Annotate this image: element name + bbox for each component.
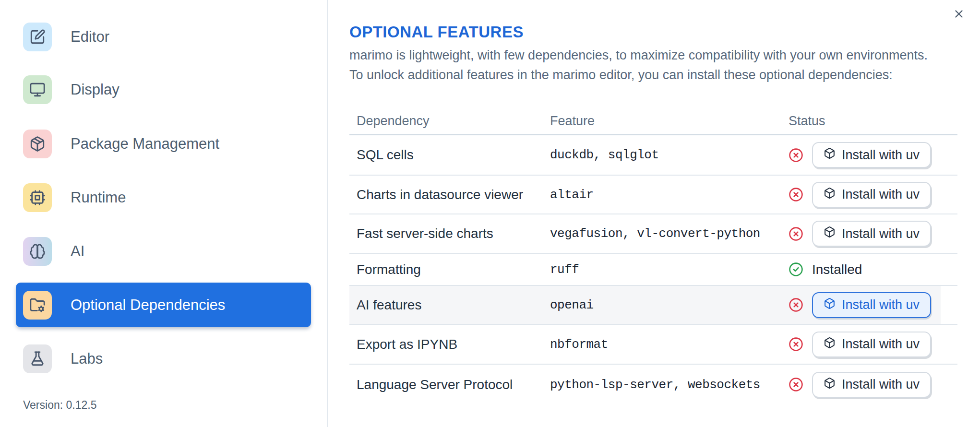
circle-x-icon	[789, 337, 803, 352]
monitor-icon	[23, 75, 52, 104]
column-header-feature: Feature	[550, 114, 789, 129]
brain-icon	[23, 237, 52, 266]
package-icon	[824, 226, 836, 241]
status-cell: Installed	[789, 262, 957, 277]
button-label: Install with uv	[842, 148, 920, 163]
table-row: Formatting ruff Installed	[349, 254, 957, 286]
button-label: Install with uv	[842, 187, 920, 202]
dependency-cell: Charts in datasource viewer	[349, 187, 550, 202]
circle-check-icon	[789, 262, 803, 277]
table-row: Language Server Protocol python-lsp-serv…	[349, 365, 957, 404]
dependency-cell: Formatting	[349, 262, 550, 277]
package-icon	[824, 187, 836, 202]
package-icon	[824, 297, 836, 313]
feature-cell: vegafusion, vl-convert-python	[550, 226, 789, 241]
optional-features-panel: OPTIONAL FEATURES marimo is lightweight,…	[329, 0, 980, 427]
flask-icon	[23, 344, 52, 373]
install-with-uv-button[interactable]: Install with uv	[812, 332, 931, 357]
dependency-cell: Language Server Protocol	[349, 377, 550, 392]
install-with-uv-button[interactable]: Install with uv	[812, 142, 931, 168]
dependency-cell: Fast server-side charts	[349, 226, 550, 241]
description: marimo is lightweight, with few dependen…	[349, 46, 959, 85]
button-label: Install with uv	[842, 377, 920, 392]
sidebar-item-label: AI	[71, 243, 84, 260]
package-icon	[824, 377, 836, 392]
feature-cell: openai	[550, 298, 789, 312]
sidebar-item-ai[interactable]: AI	[16, 229, 311, 273]
table-row: Export as IPYNB nbformat Install with uv	[349, 325, 957, 365]
dependencies-table: Dependency Feature Status SQL cells duck…	[349, 108, 957, 404]
description-line: marimo is lightweight, with few dependen…	[349, 46, 959, 65]
install-with-uv-button[interactable]: Install with uv	[812, 221, 931, 247]
status-cell: Install with uv	[789, 221, 957, 247]
button-label: Install with uv	[842, 297, 920, 312]
sidebar-item-display[interactable]: Display	[16, 67, 311, 112]
cpu-icon	[23, 183, 52, 212]
sidebar-item-optional-dependencies[interactable]: Optional Dependencies	[16, 283, 311, 327]
sidebar-item-label: Package Management	[71, 135, 219, 153]
circle-x-icon	[789, 187, 803, 202]
table-row: Fast server-side charts vegafusion, vl-c…	[349, 214, 957, 254]
install-with-uv-button[interactable]: Install with uv	[812, 372, 931, 398]
settings-dialog: Editor Display Package Management Runtim…	[0, 0, 980, 427]
table-header-row: Dependency Feature Status	[349, 108, 957, 135]
feature-cell: ruff	[550, 262, 789, 277]
package-icon	[23, 130, 52, 158]
column-header-dependency: Dependency	[349, 114, 550, 129]
circle-x-icon	[789, 297, 803, 312]
sidebar-item-package-management[interactable]: Package Management	[16, 121, 311, 166]
circle-x-icon	[789, 377, 803, 392]
feature-cell: duckdb, sqlglot	[550, 148, 789, 162]
table-row: SQL cells duckdb, sqlglot Install with u…	[349, 135, 957, 176]
page-title: OPTIONAL FEATURES	[349, 23, 524, 41]
dependency-cell: Export as IPYNB	[349, 337, 550, 352]
circle-x-icon	[789, 226, 803, 241]
sidebar-item-labs[interactable]: Labs	[16, 336, 311, 381]
status-cell: Install with uv	[789, 142, 957, 168]
column-header-status: Status	[789, 114, 957, 129]
install-with-uv-button[interactable]: Install with uv	[812, 292, 931, 318]
sidebar-item-editor[interactable]: Editor	[16, 14, 311, 59]
button-label: Install with uv	[842, 226, 920, 241]
feature-cell: nbformat	[550, 337, 789, 352]
package-icon	[824, 147, 836, 163]
description-line: To unlock additional features in the mar…	[349, 65, 959, 85]
status-cell: Install with uv	[789, 372, 957, 398]
sidebar-item-label: Display	[71, 81, 120, 98]
dependency-cell: SQL cells	[349, 147, 550, 163]
table-row: AI features openai Install with uv	[349, 286, 957, 325]
sidebar-item-runtime[interactable]: Runtime	[16, 175, 311, 220]
feature-cell: python-lsp-server, websockets	[550, 378, 789, 392]
status-cell: Install with uv	[789, 292, 957, 318]
close-icon	[953, 8, 965, 22]
folder-cog-icon	[23, 291, 52, 320]
status-cell: Install with uv	[789, 332, 957, 357]
circle-x-icon	[789, 148, 803, 163]
feature-cell: altair	[550, 188, 789, 202]
status-cell: Install with uv	[789, 182, 957, 208]
sidebar-item-label: Runtime	[71, 189, 126, 206]
dependency-cell: AI features	[349, 297, 550, 313]
square-pen-icon	[23, 23, 52, 51]
close-button[interactable]	[951, 7, 967, 23]
button-label: Install with uv	[842, 337, 920, 352]
sidebar-item-label: Labs	[71, 350, 103, 368]
sidebar-item-label: Editor	[71, 28, 109, 46]
version-label: Version: 0.12.5	[23, 399, 96, 412]
install-with-uv-button[interactable]: Install with uv	[812, 182, 931, 208]
table-row: Charts in datasource viewer altair Insta…	[349, 176, 957, 214]
sidebar-item-label: Optional Dependencies	[71, 297, 225, 314]
installed-label: Installed	[812, 262, 862, 277]
settings-sidebar: Editor Display Package Management Runtim…	[0, 0, 328, 427]
package-icon	[824, 337, 836, 352]
